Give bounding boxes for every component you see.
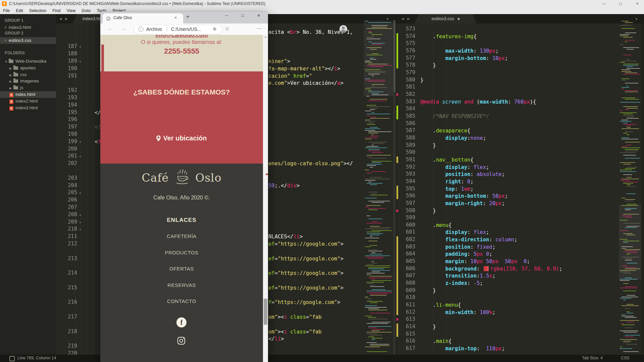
line-number: 206 bbox=[61, 197, 77, 203]
status-tab-size[interactable]: Tab Size: 4 bbox=[582, 356, 603, 360]
expander-icon[interactable]: ▶ bbox=[9, 78, 13, 85]
sublime-menubar: FileEditSelectionFindViewGotoToolsProjec… bbox=[0, 7, 644, 14]
left-minimap[interactable] bbox=[364, 23, 393, 355]
instagram-icon[interactable] bbox=[177, 337, 185, 345]
left-scrollbar[interactable] bbox=[393, 23, 396, 355]
page-info-icon[interactable]: i bbox=[138, 26, 144, 32]
right-scrollbar[interactable] bbox=[641, 23, 644, 355]
profile-avatar-icon[interactable] bbox=[339, 25, 347, 33]
sidebar-item-css[interactable]: ▶css bbox=[0, 71, 65, 78]
email-link[interactable]: info@cafeolso.com bbox=[100, 35, 263, 39]
footer-link-ofertas[interactable]: OFERTAS bbox=[100, 266, 263, 272]
fold-arrow-icon[interactable]: ▾ bbox=[79, 45, 81, 49]
menu-edit[interactable]: Edit bbox=[13, 8, 26, 14]
menu-goto[interactable]: Goto bbox=[78, 8, 94, 14]
fold-arrow-icon[interactable]: ▾ bbox=[79, 60, 81, 63]
footer-link-cafetería[interactable]: CAFETERÍA bbox=[100, 233, 263, 239]
new-tab-button[interactable]: + bbox=[186, 13, 190, 20]
sidebar-item-estilos3.css[interactable]: estilos3.css bbox=[0, 37, 56, 44]
scrollbar-up-icon[interactable]: ▲ bbox=[263, 36, 268, 38]
fold-arrow-icon[interactable]: ▾ bbox=[79, 228, 81, 231]
browser-menu-icon[interactable]: ⋯ bbox=[257, 25, 262, 32]
sublime-app-icon: S bbox=[2, 1, 7, 6]
fold-arrow-icon[interactable]: ▾ bbox=[79, 155, 81, 158]
diff-marker bbox=[396, 157, 398, 163]
minimap-line bbox=[372, 112, 374, 113]
menu-find[interactable]: Find bbox=[49, 8, 63, 14]
menu-view[interactable]: View bbox=[63, 8, 78, 14]
sidebar-item-js[interactable]: ▶js bbox=[0, 84, 65, 91]
code-token: 50 bbox=[492, 193, 499, 199]
expander-icon[interactable]: ▶ bbox=[9, 65, 13, 72]
expander-icon[interactable]: ▶ bbox=[9, 72, 13, 78]
code-line: margin-bottom: 10px; bbox=[420, 55, 508, 61]
tab-close-icon[interactable]: × bbox=[174, 15, 177, 20]
browser-close-button[interactable]: × bbox=[257, 12, 260, 18]
minimap-line bbox=[365, 238, 379, 238]
expander-icon[interactable]: ▶ bbox=[9, 85, 13, 92]
browser-tab[interactable]: Cafe Olso × bbox=[103, 13, 183, 23]
sidebar-item-Web-Domestika[interactable]: ▼Web-Domestika bbox=[0, 58, 61, 65]
back-icon[interactable]: ← bbox=[108, 25, 113, 32]
fold-arrow-icon[interactable]: ▾ bbox=[79, 191, 81, 195]
left-scrollbar-thumb[interactable] bbox=[393, 20, 395, 92]
minimap-line bbox=[370, 109, 375, 110]
browser-scrollbar-thumb[interactable] bbox=[264, 299, 267, 325]
code-line: } bbox=[420, 324, 436, 330]
footer-link-contacto[interactable]: CONTACTO bbox=[100, 298, 263, 304]
sidebar-item-index3.html[interactable]: 5index3.html bbox=[0, 105, 65, 111]
fold-arrow-icon[interactable]: ▾ bbox=[79, 221, 81, 224]
code-token: -5 bbox=[474, 280, 480, 286]
diff-marker bbox=[396, 33, 398, 68]
maximize-button[interactable]: □ bbox=[614, 0, 627, 7]
browser-toolbar: ← → i Archivo | C:/Users/US... ⊕ ☆ ⋯ bbox=[100, 23, 268, 35]
status-syntax[interactable]: CSS bbox=[621, 356, 630, 360]
logo-cafe-text: Café bbox=[142, 171, 169, 184]
favorites-star-icon[interactable]: ☆ bbox=[225, 25, 229, 32]
menu-selection[interactable]: Selection bbox=[26, 8, 49, 14]
minimap-line bbox=[365, 257, 384, 257]
footer-link-reservas[interactable]: RESERVAS bbox=[100, 282, 263, 288]
fold-arrow-icon[interactable]: ▾ bbox=[79, 140, 81, 144]
footer-link-productos[interactable]: PRODUCTOS bbox=[100, 250, 263, 255]
expander-icon[interactable]: ▼ bbox=[5, 58, 8, 65]
minimap-line bbox=[370, 313, 390, 313]
sidebar-item-apuntes[interactable]: ▶apuntes bbox=[0, 65, 65, 71]
code-token bbox=[420, 193, 445, 199]
tab-nav-arrows-icon[interactable]: ◀ ▶ bbox=[401, 17, 411, 20]
right-editor[interactable]: 573574 .features-img{575576 max-width: 1… bbox=[396, 23, 619, 355]
close-button[interactable]: × bbox=[631, 0, 644, 7]
minimap-line bbox=[620, 280, 630, 281]
code-token: 760 bbox=[514, 99, 524, 105]
line-number: 584 bbox=[399, 106, 415, 112]
code-line: } bbox=[420, 288, 436, 294]
minimap-line bbox=[365, 305, 377, 306]
minimap-line bbox=[623, 341, 631, 342]
minimap-line bbox=[623, 74, 640, 74]
code-token: "fab bbox=[309, 329, 321, 335]
address-bar[interactable]: i Archivo | C:/Users/US... ⊕ bbox=[134, 25, 222, 34]
minimize-button[interactable]: ─ bbox=[597, 0, 610, 7]
browser-scrollbar[interactable]: ▲ bbox=[263, 35, 268, 362]
sidebar-item-index2.html[interactable]: 5index2.html bbox=[0, 98, 65, 105]
menu-file[interactable]: File bbox=[0, 8, 13, 14]
sidebar-item-imagenes[interactable]: ▶imagenes bbox=[0, 78, 65, 84]
tab-nav-arrows-icon[interactable]: ◀ ▶ bbox=[59, 17, 69, 20]
browser-minimize-button[interactable]: ─ bbox=[225, 13, 228, 18]
tab-estilos3-css[interactable]: estilos3.css bbox=[415, 14, 477, 23]
location-cta[interactable]: Ver ubicación bbox=[100, 134, 263, 142]
zoom-page-icon[interactable]: ⊕ bbox=[213, 26, 217, 32]
right-minimap[interactable] bbox=[619, 23, 641, 355]
browser-maximize-button[interactable]: □ bbox=[241, 13, 244, 18]
sidebar-item-index.html[interactable]: 5index.html bbox=[0, 91, 65, 98]
left-overflow-chevron-icon[interactable]: ▼ bbox=[386, 17, 389, 21]
code-token: @media bbox=[420, 99, 439, 105]
facebook-icon[interactable]: f bbox=[176, 317, 186, 327]
fold-arrow-icon[interactable]: ▾ bbox=[79, 213, 81, 217]
forward-icon[interactable]: → bbox=[121, 25, 127, 32]
sidebar-item-index3.html[interactable]: index3.html bbox=[0, 24, 56, 31]
right-overflow-chevron-icon[interactable]: ▼ bbox=[635, 17, 638, 21]
sublime-statusbar: Line 789, Column 14 Tab Size: 4 CSS bbox=[0, 355, 644, 362]
code-fragment: fa-map-marker-alt"></i> bbox=[268, 66, 340, 72]
code-token: = bbox=[271, 299, 274, 305]
